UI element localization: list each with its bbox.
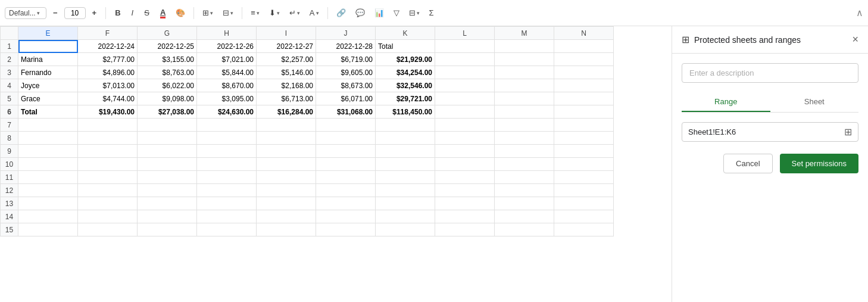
close-panel-button[interactable]: × [852,33,858,46]
cell-l2[interactable] [435,53,495,66]
col-header-e[interactable]: E [18,27,78,40]
cell-l4[interactable] [435,79,495,92]
cell-g3[interactable]: $8,763.00 [138,66,197,79]
cell-h2[interactable]: $7,021.00 [197,53,257,66]
underline-button[interactable]: A [156,6,170,20]
col-header-f[interactable]: F [78,27,138,40]
cell-m2[interactable] [495,53,554,66]
cell-i5[interactable]: $6,713.00 [257,92,316,105]
cell-e1[interactable] [18,40,78,53]
collapse-toolbar-button[interactable]: ∧ [856,7,863,18]
cell-f2[interactable]: $2,777.00 [78,53,138,66]
col-header-l[interactable]: L [435,27,495,40]
cell-n1[interactable] [554,40,614,53]
cell-k4[interactable]: $32,546.00 [376,79,435,92]
cell-k2[interactable]: $21,929.00 [376,53,435,66]
range-grid-icon[interactable]: ⊞ [844,126,852,138]
cell-f1[interactable]: 2022-12-24 [78,40,138,53]
col-header-k[interactable]: K [376,27,435,40]
font-name-selector[interactable]: Defaul... ▾ [5,7,46,19]
cell-i1[interactable]: 2022-12-27 [257,40,316,53]
cell-e2[interactable]: Marina [18,53,78,66]
bold-button[interactable]: B [111,7,124,19]
cell-e6[interactable]: Total [18,105,78,119]
link-button[interactable]: 🔗 [333,6,349,20]
cell-f4[interactable]: $7,013.00 [78,79,138,92]
col-header-h[interactable]: H [197,27,257,40]
cell-m3[interactable] [495,66,554,79]
cell-f6[interactable]: $19,430.00 [78,105,138,119]
cell-f5[interactable]: $4,744.00 [78,92,138,105]
cell-f3[interactable]: $4,896.00 [78,66,138,79]
cell-e3[interactable]: Fernando [18,66,78,79]
col-header-n[interactable]: N [554,27,614,40]
cell-k5[interactable]: $29,721.00 [376,92,435,105]
col-header-g[interactable]: G [138,27,197,40]
comment-button[interactable]: 💬 [352,6,369,20]
tab-range[interactable]: Range [682,92,770,112]
more-filters-button[interactable]: ⊟ ▾ [405,6,423,20]
cell-g5[interactable]: $9,098.00 [138,92,197,105]
cell-i2[interactable]: $2,257.00 [257,53,316,66]
cell-l3[interactable] [435,66,495,79]
cell-i4[interactable]: $2,168.00 [257,79,316,92]
borders-button[interactable]: ⊞ ▾ [199,6,217,20]
cell-j3[interactable]: $9,605.00 [316,66,376,79]
cell-h3[interactable]: $5,844.00 [197,66,257,79]
cell-n4[interactable] [554,79,614,92]
functions-button[interactable]: Σ [426,6,438,20]
cell-j4[interactable]: $8,673.00 [316,79,376,92]
valign-button[interactable]: ⬇ ▾ [266,6,283,20]
cell-m4[interactable] [495,79,554,92]
chart-button[interactable]: 📊 [371,6,388,20]
spreadsheet-container[interactable]: E F G H I J K L M N 1 2022-12-24 [0,26,672,302]
cell-j2[interactable]: $6,719.00 [316,53,376,66]
cell-k1[interactable]: Total [376,40,435,53]
increase-font-size-button[interactable]: + [88,7,101,19]
cell-l1[interactable] [435,40,495,53]
cell-j1[interactable]: 2022-12-28 [316,40,376,53]
cell-j6[interactable]: $31,068.00 [316,105,376,119]
cell-j5[interactable]: $6,071.00 [316,92,376,105]
cell-k3[interactable]: $34,254.00 [376,66,435,79]
cell-g4[interactable]: $6,022.00 [138,79,197,92]
cell-m5[interactable] [495,92,554,105]
italic-button[interactable]: I [127,7,138,19]
col-header-i[interactable]: I [257,27,316,40]
cell-m6[interactable] [495,105,554,119]
set-permissions-button[interactable]: Set permissions [780,154,858,173]
cell-l5[interactable] [435,92,495,105]
font-size-input[interactable]: 10 [64,7,86,19]
description-input[interactable] [682,63,858,83]
cell-e4[interactable]: Joyce [18,79,78,92]
wrap-button[interactable]: ↵ ▾ [286,6,304,20]
cell-n2[interactable] [554,53,614,66]
cell-m1[interactable] [495,40,554,53]
cell-e5[interactable]: Grace [18,92,78,105]
cell-l6[interactable] [435,105,495,119]
cell-n5[interactable] [554,92,614,105]
align-button[interactable]: ≡ ▾ [247,6,263,20]
cell-g2[interactable]: $3,155.00 [138,53,197,66]
col-header-j[interactable]: J [316,27,376,40]
cell-i6[interactable]: $16,284.00 [257,105,316,119]
merge-button[interactable]: ⊟ ▾ [219,6,237,20]
cell-h4[interactable]: $8,670.00 [197,79,257,92]
cell-h6[interactable]: $24,630.00 [197,105,257,119]
strikethrough-button[interactable]: S [140,7,154,19]
cell-i3[interactable]: $5,146.00 [257,66,316,79]
decrease-font-size-button[interactable]: − [49,7,62,19]
cell-g6[interactable]: $27,038.00 [138,105,197,119]
paint-format-button[interactable]: 🎨 [172,6,189,20]
cell-g1[interactable]: 2022-12-25 [138,40,197,53]
tab-sheet[interactable]: Sheet [770,92,859,112]
range-input[interactable] [688,127,842,136]
cell-h1[interactable]: 2022-12-26 [197,40,257,53]
col-header-m[interactable]: M [495,27,554,40]
cell-n3[interactable] [554,66,614,79]
cancel-button[interactable]: Cancel [723,154,772,173]
cell-h5[interactable]: $3,095.00 [197,92,257,105]
filter-button[interactable]: ▽ [390,6,403,20]
cell-k6[interactable]: $118,450.00 [376,105,435,119]
text-color-button[interactable]: A ▾ [306,6,323,20]
